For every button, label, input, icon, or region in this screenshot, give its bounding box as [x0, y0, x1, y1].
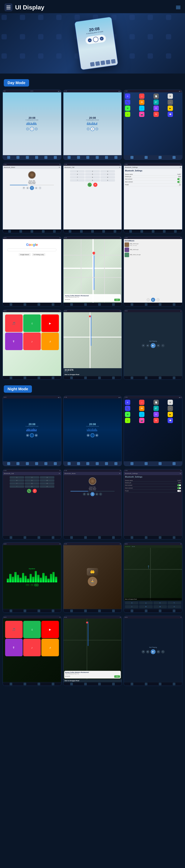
night-next-btn-1[interactable]: ⏭ [35, 434, 38, 437]
night-key-8[interactable]: 8 [25, 482, 39, 485]
app-instagram[interactable]: 📷 [139, 112, 144, 117]
night-music-play[interactable]: ⏸ [90, 492, 95, 496]
night-music-app[interactable]: ♪ [23, 639, 41, 656]
np-next[interactable]: ⏭ [157, 344, 160, 347]
eq-preset-3[interactable]: Pop [34, 584, 38, 586]
youtube-app[interactable]: ▶ [41, 314, 59, 332]
app-maps[interactable]: 🗺 [139, 99, 144, 105]
night-app-settings[interactable]: ⚙ [168, 400, 173, 405]
night-prev-btn-1[interactable]: ⏮ [26, 434, 29, 437]
social-next[interactable]: ⏭ [156, 298, 160, 302]
auto-answer-toggle[interactable] [177, 178, 181, 180]
night-youtube-app[interactable]: ▶ [41, 621, 59, 639]
np-prev[interactable]: ⏮ [146, 344, 150, 347]
bb-icon-6[interactable] [54, 156, 57, 159]
night-np-play[interactable]: ▶ [151, 649, 156, 654]
night-auto-answer-toggle[interactable] [177, 484, 181, 486]
night-app-maps[interactable]: 🗺 [139, 406, 144, 411]
menu-icon[interactable] [4, 3, 12, 11]
hero-play-btn[interactable]: ⏸ [93, 36, 99, 42]
app-browser[interactable]: 🌐 [139, 105, 144, 111]
bb-icon-3[interactable] [26, 156, 29, 159]
hangup-btn[interactable]: ✕ [93, 183, 98, 187]
next-btn-d1[interactable]: ⏭ [35, 127, 38, 130]
tbt-btn-2[interactable]: ⊞ [139, 605, 153, 608]
night-key-6[interactable]: 6 [40, 479, 54, 482]
key-hash[interactable]: # [100, 179, 115, 182]
app-wechat[interactable]: 💬 [168, 112, 173, 117]
social-item-2[interactable]: 华语_XXXX.mp3 [125, 248, 181, 252]
key-star[interactable]: * [70, 179, 85, 182]
key-2[interactable]: 2 [85, 170, 100, 173]
night-go-button[interactable]: GO [114, 675, 120, 678]
spotify-app[interactable]: ♫ [23, 314, 41, 332]
night-app-bt[interactable]: BT [154, 406, 159, 411]
app-spotify[interactable]: ♫ [125, 112, 130, 117]
night-call-btn[interactable]: 📞 [27, 489, 31, 493]
night-app-browser[interactable]: 🌐 [139, 412, 144, 417]
auto-connect-toggle[interactable] [177, 181, 181, 183]
np-repeat[interactable]: ↻ [161, 344, 165, 347]
key-8[interactable]: 8 [85, 176, 100, 179]
night-app-telegram[interactable]: ✈ [125, 400, 130, 405]
night-app-phone[interactable]: 📞 [125, 406, 130, 411]
app-yt[interactable]: ▶ [168, 105, 173, 111]
night-key-star[interactable]: * [10, 485, 24, 488]
social-item-1[interactable]: 华语_XXXX.mp3 华语_XX.mp3 [125, 243, 181, 247]
tbt-btn-4[interactable]: ⊡ [168, 605, 181, 608]
night-app-waze[interactable]: W [125, 412, 130, 417]
night-spotify-app[interactable]: ♫ [23, 621, 41, 639]
night-app-netflix[interactable]: N [154, 418, 159, 423]
music-shuffle[interactable]: ⇄ [22, 186, 25, 189]
night-key-5[interactable]: 5 [25, 479, 39, 482]
social-play[interactable]: ▶ [151, 298, 155, 302]
night-key-4[interactable]: 4 [10, 479, 24, 482]
key-7[interactable]: 7 [70, 176, 85, 179]
hero-next-btn[interactable]: ⏭ [100, 36, 104, 41]
lines-icon[interactable] [176, 6, 181, 9]
podcast-app[interactable]: 🎙 [5, 333, 23, 350]
night-app-wechat[interactable]: 💬 [168, 418, 173, 423]
night-app-more[interactable]: ··· [168, 406, 173, 411]
np-play[interactable]: ▶ [151, 343, 156, 348]
hero-prev-btn[interactable]: ⏮ [87, 38, 92, 42]
app-podcast[interactable]: 🎙 [154, 105, 159, 111]
prev-btn-d1[interactable]: ⏮ [26, 127, 29, 130]
night-auto-connect-toggle[interactable] [177, 487, 181, 489]
key-4[interactable]: 4 [70, 173, 85, 176]
night-apple-music-app[interactable]: 🎵 [5, 621, 23, 639]
bb-icon-5[interactable] [44, 156, 47, 159]
night-np-shuffle[interactable]: ⇄ [141, 650, 145, 653]
call-btn[interactable]: 📞 [87, 183, 92, 187]
night-music-shuffle[interactable]: ⇄ [83, 493, 86, 496]
music-next[interactable]: ⏭ [35, 186, 38, 189]
night-next-btn-2[interactable]: ⏭ [95, 434, 98, 437]
night-hangup-btn[interactable]: ✕ [33, 489, 37, 493]
google-search-bar[interactable] [7, 248, 56, 251]
app-more[interactable]: ··· [168, 99, 173, 105]
night-key-9[interactable]: 9 [40, 482, 54, 485]
tbt-btn-recalc[interactable]: ↻ [168, 601, 181, 604]
eq-preset-1[interactable]: Bass [25, 584, 29, 586]
prev-btn-d2[interactable]: ⏮ [87, 127, 90, 130]
next-btn-d2[interactable]: ⏭ [95, 127, 98, 130]
night-key-3[interactable]: 3 [40, 476, 54, 479]
go-button[interactable]: GO [114, 299, 120, 301]
night-key-1[interactable]: 1 [10, 476, 24, 479]
key-9[interactable]: 9 [100, 176, 115, 179]
music-prev[interactable]: ⏮ [26, 186, 29, 189]
bb-icon-1[interactable] [7, 156, 10, 159]
night-np-next[interactable]: ⏭ [157, 650, 160, 653]
night-app-podcast[interactable]: 🎙 [154, 412, 159, 417]
eq-preset-2[interactable]: Flat [30, 584, 34, 586]
google-search-btn[interactable]: Google Search [19, 253, 31, 256]
night-prev-btn-2[interactable]: ⏮ [87, 434, 90, 437]
tbt-btn-turn-right[interactable]: ► [154, 601, 167, 604]
app-files[interactable]: 📄 [154, 94, 159, 99]
music-app[interactable]: ♪ [23, 333, 41, 350]
night-music-next[interactable]: ⏭ [95, 493, 98, 496]
night-app-files[interactable]: 📄 [154, 400, 159, 405]
app-settings[interactable]: ⚙ [168, 94, 173, 99]
key-6[interactable]: 6 [100, 173, 115, 176]
night-key-hash[interactable]: # [40, 485, 54, 488]
